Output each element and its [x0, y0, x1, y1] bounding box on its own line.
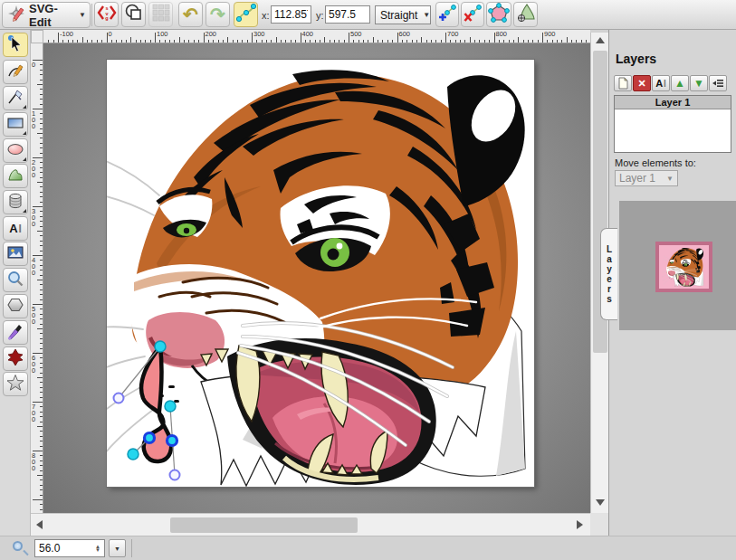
layers-panel: Layers ✕ AI ▲ ▼	[608, 30, 736, 536]
move-layer-up-button[interactable]: ▲	[671, 75, 689, 91]
rename-layer-button[interactable]: AI	[652, 75, 670, 91]
layers-collapse-tab[interactable]: Layers	[600, 228, 617, 320]
svg-edit-app: SVG-Edit ▼ s v g	[0, 0, 736, 560]
hexagon-icon	[6, 296, 24, 318]
layer-menu-button[interactable]	[709, 75, 727, 91]
node-add-icon	[437, 3, 457, 26]
pen-line-icon	[6, 88, 24, 109]
x-label: x:	[262, 10, 270, 21]
source-code-button[interactable]: s v g	[94, 2, 119, 27]
horizontal-scrollbar[interactable]	[31, 513, 590, 536]
tool-zoom[interactable]	[3, 268, 28, 292]
submenu-arrow-icon	[23, 157, 26, 161]
ruler-corner	[31, 30, 43, 43]
convert-to-path-button[interactable]	[513, 2, 538, 27]
scroll-left-icon[interactable]	[36, 520, 43, 529]
new-page-icon	[617, 77, 629, 90]
zoom-preset-dropdown[interactable]: ▼	[109, 539, 126, 557]
ruler-horizontal: -1000100200300400500600700800900100	[43, 30, 590, 43]
scroll-right-icon[interactable]	[577, 520, 583, 529]
tool-ellipse[interactable]	[3, 138, 28, 163]
tool-text[interactable]: AI	[3, 216, 28, 241]
segment-type-select[interactable]: Straight ▼	[375, 5, 431, 24]
submenu-arrow-icon	[23, 105, 26, 109]
arrow-down-icon: ▼	[693, 77, 704, 90]
canvas-preview-panel	[619, 201, 736, 330]
workspace-background	[43, 43, 590, 513]
delete-layer-button[interactable]: ✕	[633, 75, 651, 91]
scrollbar-corner	[590, 513, 609, 536]
convert-path-icon	[516, 3, 536, 26]
pencil-icon	[6, 62, 24, 83]
svg-text:g: g	[105, 15, 108, 21]
cylinder-icon	[6, 192, 24, 214]
y-label: y:	[316, 10, 324, 21]
path-close-icon	[488, 3, 510, 26]
redo-button[interactable]: ↷	[206, 2, 230, 27]
zoom-level-input[interactable]: 56.0 ▲▼	[34, 539, 105, 557]
spinner-icon[interactable]: ▲▼	[95, 545, 100, 552]
grid-icon	[152, 4, 170, 25]
main-menu-button[interactable]: SVG-Edit ▼	[2, 2, 91, 28]
zoom-magnifier-icon	[13, 541, 23, 551]
tool-select[interactable]	[3, 33, 28, 57]
tool-polygon[interactable]	[3, 294, 28, 318]
horizontal-scroll-thumb[interactable]	[170, 517, 358, 533]
select-cursor-icon	[6, 34, 24, 56]
app-title: SVG-Edit	[29, 2, 76, 29]
submenu-arrow-icon	[23, 131, 26, 135]
chevron-down-icon: ▼	[114, 546, 120, 552]
move-elements-select[interactable]: Layer 1 ▼	[615, 170, 678, 186]
tiger-drawing	[107, 60, 534, 487]
y-input[interactable]	[325, 5, 370, 24]
ruler-vertical: 01 0 02 0 03 0 04 0 05 0 06 0 07 0 08 0 …	[31, 43, 43, 513]
star-icon	[6, 374, 24, 395]
undo-button[interactable]: ↶	[178, 2, 203, 27]
chevron-down-icon: ▼	[666, 175, 674, 183]
arrow-up-icon: ▲	[674, 77, 685, 90]
tool-eyedropper[interactable]	[3, 320, 28, 345]
tool-shape-library[interactable]	[3, 190, 28, 214]
path-shape-icon	[6, 166, 24, 187]
rectangle-icon	[6, 114, 24, 136]
layer-list[interactable]: Layer 1	[614, 95, 731, 153]
new-layer-button[interactable]	[614, 75, 632, 91]
image-icon	[6, 243, 24, 265]
open-close-path-button[interactable]	[486, 2, 511, 27]
text-a-icon: AI	[9, 222, 22, 235]
status-divider	[131, 539, 132, 557]
red-cross-shape-icon	[6, 348, 24, 370]
wireframe-button[interactable]	[121, 2, 146, 27]
chevron-down-icon: ▼	[423, 11, 430, 19]
chevron-down-icon: ▼	[79, 11, 86, 19]
redo-arrow-icon: ↷	[210, 5, 225, 24]
eyedropper-icon	[6, 322, 24, 344]
move-elements-label: Move elements to:	[615, 157, 696, 168]
path-nodes-icon	[236, 3, 256, 26]
move-layer-down-button[interactable]: ▼	[690, 75, 708, 91]
scroll-up-icon[interactable]	[596, 37, 605, 43]
scroll-down-icon[interactable]	[596, 499, 605, 506]
delete-node-button[interactable]	[461, 2, 484, 27]
ellipse-icon	[6, 140, 24, 162]
status-bar: 56.0 ▲▼ ▼	[0, 536, 736, 560]
tool-rectangle[interactable]	[3, 112, 28, 137]
left-toolbar: AI	[0, 30, 31, 536]
tool-line[interactable]	[3, 86, 28, 110]
tool-star[interactable]	[3, 372, 28, 396]
tiger-thumbnail	[659, 245, 709, 289]
tool-connector[interactable]	[3, 346, 28, 371]
tool-path[interactable]	[3, 164, 28, 188]
pencil-logo-icon	[6, 4, 26, 27]
rename-a-icon: AI	[655, 78, 666, 89]
layer-list-header[interactable]: Layer 1	[615, 96, 731, 109]
tool-pencil[interactable]	[3, 60, 28, 84]
delete-x-icon: ✕	[637, 78, 645, 90]
submenu-arrow-icon	[23, 209, 26, 213]
tool-image[interactable]	[3, 242, 28, 266]
x-input[interactable]	[271, 5, 311, 24]
grid-button[interactable]	[148, 2, 173, 27]
add-node-button[interactable]	[435, 2, 459, 27]
svg-canvas[interactable]	[107, 60, 534, 487]
edit-nodes-button[interactable]	[234, 2, 258, 27]
